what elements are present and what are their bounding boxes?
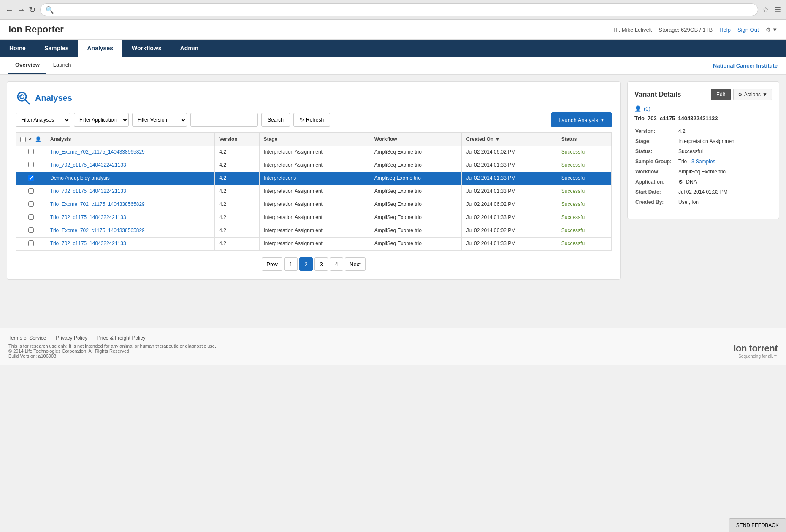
nav-item-home[interactable]: Home [0,40,35,57]
row-checkbox[interactable] [28,227,34,233]
filter-version-select[interactable]: Filter Version [132,113,187,127]
analysis-link[interactable]: Trio_Exome_702_c1175_1404338565829 [50,227,145,233]
refresh-button[interactable]: ↻ Refresh [293,113,330,127]
th-stage: Stage [259,133,370,146]
detail-value: Successful [678,147,771,156]
page-3-button[interactable]: 3 [314,257,328,271]
row-checkbox[interactable] [28,240,34,246]
cell-created-on: Jul 02 2014 06:02 PM [462,146,557,159]
check-icon: ✓ [28,136,33,142]
cell-workflow: AmpliSeq Exome trio [370,238,462,251]
page-2-button[interactable]: 2 [299,257,313,271]
launch-analysis-button[interactable]: Launch Analysis ▼ [551,112,612,127]
nav-item-admin[interactable]: Admin [171,40,208,57]
cell-workflow: AmpliSeq Exome trio [370,159,462,172]
row-checkbox[interactable] [28,175,34,181]
th-created-on[interactable]: Created On ▼ [462,133,557,146]
dropdown-arrow-icon: ▼ [600,118,604,122]
row-checkbox[interactable] [28,149,34,154]
toolbar: Filter Analyses Filter Application Filte… [16,112,612,127]
row-checkbox[interactable] [28,201,34,207]
detail-value: AmpliSeq Exome trio [678,167,771,176]
page-1-button[interactable]: 1 [284,257,298,271]
cell-status: Successful [557,172,611,185]
table-header-row: ✓ 👤 Analysis Version Stage Workflow Crea… [16,133,612,146]
cell-workflow: AmpliSeq Exome trio [370,146,462,159]
url-bar[interactable]: 🔍 [40,3,758,16]
detail-value: User, Ion [678,197,771,207]
sub-nav-overview[interactable]: Overview [8,57,46,74]
signout-link[interactable]: Sign Out [737,27,759,33]
analysis-link[interactable]: Trio_702_c1175_1404322421133 [50,240,126,246]
cell-status: Successful [557,159,611,172]
search-input[interactable] [190,113,258,127]
footer-left: Terms of Service | Privacy Policy | Pric… [8,335,216,359]
svg-text:$: $ [20,95,22,100]
cell-analysis: Trio_Exome_702_c1175_1404338565829 [46,224,215,238]
table-row: Trio_702_c1175_14043224211334.2Interpret… [16,211,612,224]
menu-icon[interactable]: ☰ [774,5,781,14]
toolbar-right: Launch Analysis ▼ [551,112,612,127]
th-analysis: Analysis [46,133,215,146]
analysis-link[interactable]: Trio_702_c1175_1404322421133 [50,162,126,168]
analysis-link[interactable]: Trio_702_c1175_1404322421133 [50,188,126,194]
svg-line-1 [25,100,29,104]
sub-nav-launch[interactable]: Launch [46,57,78,74]
nav-item-workflows[interactable]: Workflows [122,40,171,57]
search-button[interactable]: Search [261,113,290,127]
cell-analysis: Trio_702_c1175_1404322421133 [46,159,215,172]
variant-details-card: Variant Details Edit ⚙ Actions ▼ 👤 (0) [627,81,779,219]
analysis-link[interactable]: Trio_702_c1175_1404322421133 [50,214,126,220]
th-version: Version [215,133,259,146]
nav-item-samples[interactable]: Samples [35,40,78,57]
prev-page-button[interactable]: Prev [262,257,282,271]
gear-icon: ⚙ [738,92,743,97]
user-greeting: Hi, Mike Lelivelt [613,27,652,33]
detail-label: Sample Group: [635,157,678,166]
next-page-button[interactable]: Next [345,257,366,271]
terms-link[interactable]: Terms of Service [8,335,46,341]
analysis-link[interactable]: Trio_Exome_702_c1175_1404338565829 [50,149,145,155]
help-link[interactable]: Help [719,27,731,33]
settings-icon[interactable]: ⚙ ▼ [766,27,778,33]
cell-created-on: Jul 02 2014 01:33 PM [462,211,557,224]
filter-analyses-select[interactable]: Filter Analyses [16,113,70,127]
row-checkbox[interactable] [28,162,34,167]
detail-row: Workflow:AmpliSeq Exome trio [635,167,771,176]
toolbar-left: Filter Analyses Filter Application Filte… [16,113,330,127]
detail-label: Stage: [635,137,678,146]
variant-details-title: Variant Details [634,91,681,98]
cell-status: Successful [557,198,611,211]
page-title: Analyses [35,93,72,103]
main-layout: $ Analyses Filter Analyses Filter Applic… [7,81,779,286]
cell-workflow: AmpliSeq Exome trio [370,185,462,198]
analysis-link[interactable]: Trio_Exome_702_c1175_1404338565829 [50,201,145,207]
privacy-link[interactable]: Privacy Policy [56,335,87,341]
copyright: © 2014 Life Technologies Corporation. Al… [8,348,216,354]
back-icon[interactable]: ← [5,5,14,15]
sub-nav: Overview Launch National Cancer Institut… [0,57,786,75]
person-count: (0) [644,105,650,112]
page-4-button[interactable]: 4 [330,257,343,271]
price-link[interactable]: Price & Freight Policy [97,335,146,341]
edit-button[interactable]: Edit [711,89,731,100]
variant-card-header: Variant Details Edit ⚙ Actions ▼ [634,89,772,100]
detail-link[interactable]: 3 Samples [691,159,716,165]
reload-icon[interactable]: ↻ [29,5,36,15]
select-all-checkbox[interactable] [20,137,26,142]
actions-button[interactable]: ⚙ Actions ▼ [733,89,772,100]
variant-info: 👤 (0) Trio_702_c1175_1404322421133 Versi… [634,105,772,208]
forward-icon[interactable]: → [17,5,25,15]
row-checkbox[interactable] [28,188,34,194]
row-checkbox[interactable] [28,214,34,220]
footer-right: ion torrent Sequencing for all.™ [734,343,778,359]
nav-item-analyses[interactable]: Analyses [78,40,122,57]
build-version: Build Version: a106003 [8,354,216,359]
cell-status: Successful [557,146,611,159]
cell-version: 4.2 [215,172,259,185]
filter-application-select[interactable]: Filter Application [74,113,129,127]
bookmark-icon[interactable]: ☆ [762,5,769,14]
browser-actions: ☆ ☰ [762,5,781,14]
research-notice: This is for research use only. It is not… [8,343,216,348]
cell-workflow: AmpliSeq Exome trio [370,224,462,238]
